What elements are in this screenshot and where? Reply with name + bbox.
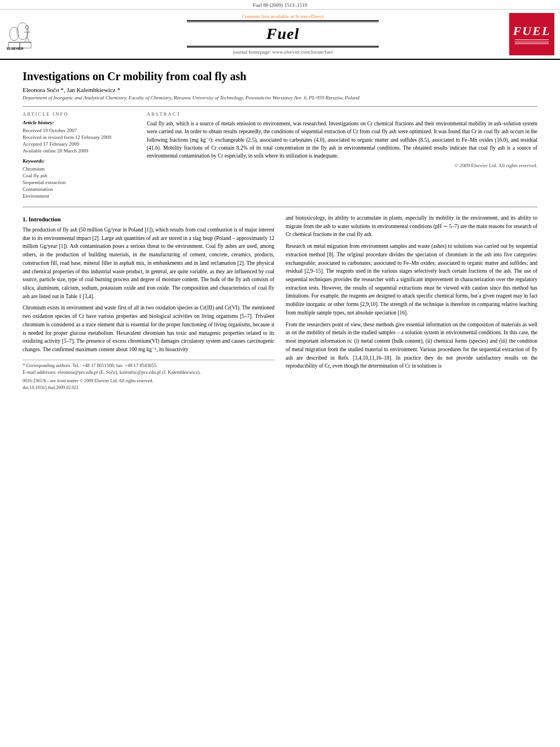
svg-text:ELSEVIER: ELSEVIER	[7, 47, 24, 50]
authors: Eleonora Sočo *, Jan Kalembkiewicz *	[23, 86, 537, 93]
article-info-col: ARTICLE INFO Article history: Received 1…	[23, 111, 135, 200]
received-date: Received 19 October 2007	[23, 128, 135, 133]
article-info-header: ARTICLE INFO	[23, 111, 135, 117]
keyword-5: Environment	[23, 193, 135, 199]
divider	[23, 106, 537, 107]
sciencedirect-link[interactable]: ScienceDirect	[295, 14, 323, 19]
keyword-1: Chromium	[23, 166, 135, 172]
journal-header: ELSEVIER Contents lists available at Sci…	[0, 10, 560, 60]
revised-date: Received in revised form 12 February 200…	[23, 134, 135, 140]
keywords-label: Keywords:	[23, 158, 135, 164]
divider-2	[23, 207, 537, 207]
sciencedirect-label: Contents lists available at ScienceDirec…	[56, 14, 509, 19]
svg-point-3	[17, 23, 28, 40]
abstract-col: ABSTRACT Coal fly ash, which is a source…	[147, 111, 537, 200]
body-left-col: 1. Introduction The production of fly as…	[23, 214, 274, 390]
citation-bar: Fuel 88 (2009) 1513–1519	[0, 0, 560, 10]
journal-homepage: journal homepage: www.elsevier.com/locat…	[56, 49, 509, 55]
history-label: Article history:	[23, 120, 135, 125]
keyword-4: Contamination	[23, 186, 135, 192]
keyword-3: Sequential extraction	[23, 180, 135, 185]
body-right-col: and biotoxicology, its ability to accumu…	[286, 214, 537, 390]
available-date: Available online 28 March 2009	[23, 148, 135, 154]
elsevier-logo: ELSEVIER	[6, 17, 56, 52]
copyright: © 2009 Elsevier Ltd. All rights reserved…	[147, 163, 537, 168]
journal-title: Fuel	[56, 25, 509, 43]
article-title: Investigations on Cr mobility from coal …	[23, 70, 537, 83]
svg-line-9	[27, 37, 29, 42]
keyword-2: Coal fly ash	[23, 173, 135, 178]
footnote-corresponding: * Corresponding authors. Tel.: +48 17 86…	[23, 362, 274, 368]
article-info-abstract: ARTICLE INFO Article history: Received 1…	[23, 111, 537, 200]
intro-paragraph-1: The production of fly ash (50 million Gg…	[23, 226, 274, 300]
abstract-header: ABSTRACT	[147, 111, 537, 117]
footer-doi: doi:10.1016/j.fuel.2009.02.021	[23, 385, 274, 390]
right-paragraph-1: and biotoxicology, its ability to accumu…	[286, 214, 537, 239]
citation-text: Fuel 88 (2009) 1513–1519	[253, 2, 307, 8]
intro-title: 1. Introduction	[23, 216, 274, 222]
fuel-logo-box: FUEL	[509, 13, 554, 55]
right-paragraph-2: Research on metal migration from environ…	[286, 242, 537, 317]
svg-line-8	[25, 37, 27, 42]
journal-center: Contents lists available at ScienceDirec…	[56, 14, 509, 55]
affiliation: Department of Inorganic and Analytical C…	[23, 95, 537, 101]
right-paragraph-3: From the researchers point of view, thes…	[286, 321, 537, 370]
article-content: Investigations on Cr mobility from coal …	[0, 60, 560, 401]
footnote-email: E-mail addresses: eleonora@prz.edu.pl (E…	[23, 369, 274, 375]
body-section: 1. Introduction The production of fly as…	[23, 214, 537, 390]
accepted-date: Accepted 17 February 2009	[23, 141, 135, 147]
footer-doi-info: 0016-2361/$ – see front matter © 2009 El…	[23, 378, 274, 383]
fuel-logo-text: FUEL	[513, 24, 551, 38]
footnote-area: * Corresponding authors. Tel.: +48 17 86…	[23, 360, 274, 390]
intro-paragraph-2: Chromium exists in environment and waste…	[23, 304, 274, 353]
abstract-text: Coal fly ash, which is a source of metal…	[147, 120, 537, 160]
